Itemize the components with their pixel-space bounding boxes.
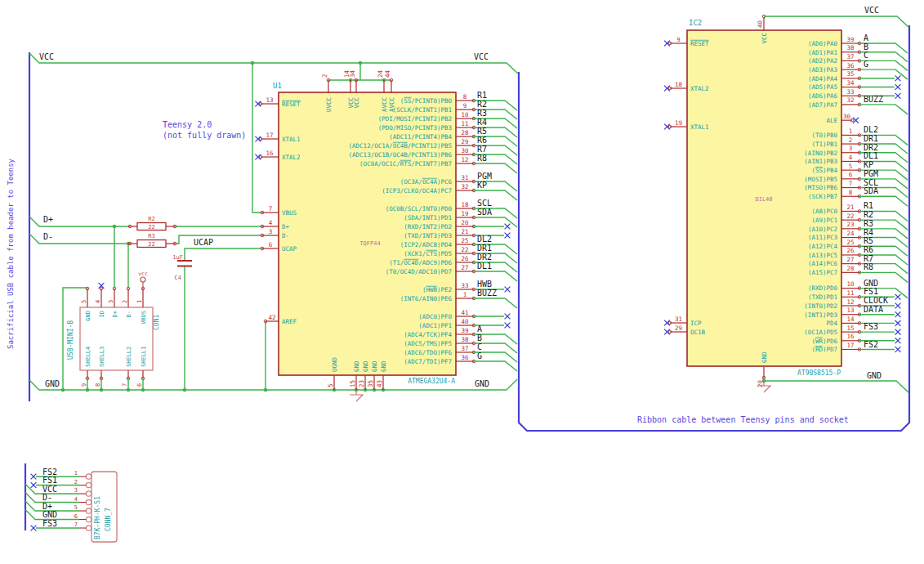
pin-number: 4 xyxy=(74,496,78,503)
pin-name: UCAP xyxy=(282,245,297,253)
net-label: R8 xyxy=(864,262,873,271)
wire xyxy=(474,298,517,308)
pin-number: 15 xyxy=(846,325,854,332)
net-label: D+ xyxy=(43,215,53,224)
pin-number: 31 xyxy=(675,316,682,323)
pin-number: 6 xyxy=(849,171,853,178)
schematic-canvas[interactable]: U1ATMEGA32U4-ATQFP448(SS/PCINT0)PB0R19(S… xyxy=(0,0,924,564)
pin-number: 41 xyxy=(461,309,468,316)
net-label: FS2 xyxy=(42,468,57,477)
net-label: DATA xyxy=(864,305,883,314)
pin-name: (T0)PB0 xyxy=(811,132,837,139)
pin-name: (SS)PB4 xyxy=(811,167,837,174)
comment-usb-cable: Sacrificial USB cable from header to Tee… xyxy=(7,158,15,349)
pin-number: 9 xyxy=(676,36,681,43)
vcc-rail xyxy=(29,53,518,74)
pin-name: RESET xyxy=(282,101,301,108)
pin-name: GND xyxy=(85,311,92,321)
pin-name: (WR)PD6 xyxy=(811,338,837,345)
pin-name: (TXD/INT3)PD3 xyxy=(404,232,452,239)
pin-number: 1 xyxy=(136,300,143,303)
wire xyxy=(859,105,908,114)
junction-dot xyxy=(113,225,116,228)
conn7-pin-pad xyxy=(86,482,91,487)
pin-name: (RXD)PD0 xyxy=(808,284,838,292)
pin-number: 36 xyxy=(846,62,855,69)
pin-name: (ICP2/ADC8)PD4 xyxy=(400,241,453,248)
pin-name: (OC0A/OC1C/RTS/PCINT7)PB7 xyxy=(359,160,452,168)
pin-number: 43 xyxy=(376,380,383,387)
pin-name: D+ xyxy=(282,223,290,231)
pin-name: (A15)PC7 xyxy=(808,269,837,276)
pin-name: ICP xyxy=(690,320,702,327)
pin-name: (XCK1/CTS)PD5 xyxy=(404,250,452,257)
capacitor-value: 1uF xyxy=(172,254,183,261)
net-label: DR2 xyxy=(477,253,492,262)
net-label: BUZZ xyxy=(477,289,497,298)
pin-number: 13 xyxy=(846,307,854,314)
pin-name: (AD5)PA5 xyxy=(808,83,837,91)
pin-number: 23 xyxy=(846,221,854,228)
pin-name: UVCC xyxy=(325,97,333,112)
pin-name: SHELL1 xyxy=(141,347,147,367)
pin-number: 30 xyxy=(461,147,469,154)
pin-name: ID xyxy=(99,311,105,317)
net-label: R3 xyxy=(477,109,487,118)
pin-number: 1 xyxy=(849,128,853,135)
junction-dot xyxy=(264,388,267,392)
pin-name: (A10)PC2 xyxy=(808,226,837,233)
conn7-pin-pad xyxy=(86,499,91,504)
net-label: DR1 xyxy=(477,244,492,253)
net-label: PGM xyxy=(864,169,878,178)
net-label: R1 xyxy=(864,201,873,210)
pin-number: 39 xyxy=(461,327,468,334)
pin-number: 9 xyxy=(463,102,467,110)
pin-number: 7 xyxy=(122,383,128,387)
pin-number: 8 xyxy=(463,93,467,101)
pin-number: 26 xyxy=(846,247,855,254)
net-label: VCC xyxy=(42,485,57,494)
pin-number: 33 xyxy=(461,282,468,289)
pin-number: 24 xyxy=(846,230,855,237)
pin-number: 27 xyxy=(461,264,468,271)
net-label: CLOCK xyxy=(864,296,888,305)
pin-number: 29 xyxy=(461,138,468,145)
wire xyxy=(474,217,517,227)
pin-name: XTAL1 xyxy=(690,123,709,131)
pin-number: 34 xyxy=(846,79,855,87)
net-label: R4 xyxy=(477,118,487,127)
ic2-value: AT90S8515-P xyxy=(797,369,841,377)
pin-name: (AD0)PA0 xyxy=(808,40,838,47)
pin-name: (SCLK/PCINT1)PB1 xyxy=(393,106,452,114)
pin-number: 3 xyxy=(849,145,853,152)
pin-number: 7 xyxy=(269,205,273,213)
net-label: R4 xyxy=(864,228,873,237)
net-label: VCC xyxy=(39,52,54,61)
pin-name: (AIN0)PB2 xyxy=(804,150,837,157)
pin-name: (ICP3/CLKO/OC4A)PC7 xyxy=(382,187,452,195)
pin-name: GND xyxy=(761,351,768,363)
gnd-symbol xyxy=(350,395,363,401)
pin-number: 6 xyxy=(74,513,78,520)
capacitor-reference: C4 xyxy=(175,275,181,281)
pin-name: (TXD)PD1 xyxy=(808,293,837,301)
pin-number: 7 xyxy=(849,180,853,187)
pin-name: GND xyxy=(362,360,369,372)
pin-number: 32 xyxy=(846,96,854,104)
pin-name: (MOSI)PB5 xyxy=(804,176,837,183)
pin-name: (PDO/MISO/PCINT3)PB3 xyxy=(378,124,452,132)
net-label: FS3 xyxy=(864,322,878,331)
net-label: FS2 xyxy=(864,340,878,349)
net-label: R5 xyxy=(864,236,873,245)
pin-number: 40 xyxy=(757,20,764,28)
pin-name: (MISO)PB6 xyxy=(804,184,837,191)
net-label: UCAP xyxy=(194,238,213,247)
pin-number: 4 xyxy=(269,219,273,226)
net-label: C xyxy=(477,342,482,351)
pin-number: 5 xyxy=(74,504,78,511)
comment-teensy: (not fully drawn) xyxy=(163,131,246,140)
ucap-wire xyxy=(185,248,262,260)
resistor-reference: R2 xyxy=(148,216,154,222)
schematic-page[interactable]: U1ATMEGA32U4-ATQFP448(SS/PCINT0)PB0R19(S… xyxy=(0,0,924,564)
pin-number: 4 xyxy=(95,300,101,303)
